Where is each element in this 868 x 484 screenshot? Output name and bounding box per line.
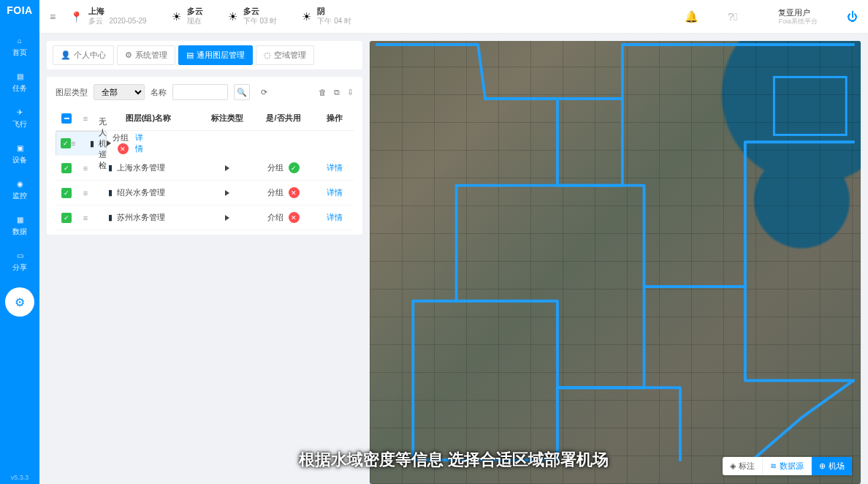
- tab-personal[interactable]: 👤 个人中心: [53, 45, 114, 65]
- weather-now: ☀ 多云 现在: [172, 7, 203, 26]
- nav-label: 任务: [12, 83, 27, 94]
- nav-label: 数据: [12, 227, 27, 237]
- nav-data[interactable]: ▦ 数据: [5, 210, 34, 246]
- sun-icon: ☀: [172, 10, 181, 23]
- share-icon: ▭: [17, 252, 23, 260]
- nav-devices[interactable]: ▣ 设备: [5, 138, 34, 174]
- user-block[interactable]: 复亚用户 Foia系统平台: [778, 8, 818, 26]
- tabs: 👤 个人中心 ⚙ 系统管理 ▤ 通用图层管理 ◌ 空域管理: [47, 41, 362, 69]
- nav-monitor[interactable]: ◉ 监控: [5, 174, 34, 210]
- location-sub: 多云 2020-05-29: [88, 17, 147, 26]
- nav-label: 监控: [12, 191, 27, 201]
- nav-label: 分享: [12, 262, 27, 273]
- nav-label: 飞行: [12, 119, 27, 129]
- water-overlay: [370, 41, 861, 467]
- map-toolbar: ◈ 标注 ≋ 数据源 ⊕ 机场: [723, 457, 852, 475]
- detail-link[interactable]: 详情: [327, 163, 343, 172]
- type-select[interactable]: 全部: [94, 84, 145, 100]
- map-tool-airport[interactable]: ⊕ 机场: [812, 457, 852, 475]
- export-icon[interactable]: ⇩: [347, 88, 354, 97]
- checkbox[interactable]: ✓: [61, 138, 71, 148]
- bell-icon[interactable]: 🔔: [685, 10, 698, 23]
- folder-icon: ▮: [108, 163, 113, 173]
- folder-icon: ▮: [108, 213, 113, 222]
- search-button[interactable]: 🔍: [234, 84, 250, 100]
- status-badge: ✓: [289, 162, 300, 173]
- reset-button[interactable]: ⟳: [256, 84, 272, 100]
- home-icon: ⌂: [18, 37, 22, 45]
- delete-icon[interactable]: 🗑: [319, 88, 327, 97]
- help-icon[interactable]: ?⃝: [728, 10, 738, 23]
- left-panel: 👤 个人中心 ⚙ 系统管理 ▤ 通用图层管理 ◌ 空域管理 图层: [47, 41, 362, 484]
- gear-icon: ⚙: [15, 295, 25, 309]
- brand-logo: FOIA: [7, 4, 32, 16]
- table-row[interactable]: ✓ ≡ ▮苏州水务管理 介绍 ✕ 详情: [56, 205, 354, 230]
- name-label: 名称: [151, 87, 167, 98]
- sun-icon: ☀: [302, 10, 311, 23]
- type-icon: [225, 165, 229, 171]
- power-icon[interactable]: ⏻: [847, 10, 858, 23]
- table-row[interactable]: ✓ ≡ ▮无人机巡检 分组 ✕ 详情: [56, 131, 107, 156]
- status-badge: ✕: [118, 143, 129, 154]
- tab-airspace[interactable]: ◌ 空域管理: [256, 45, 314, 65]
- nav-home[interactable]: ⌂ 首页: [5, 31, 34, 67]
- nav-settings[interactable]: ⚙: [5, 287, 34, 317]
- layers-icon: ▤: [186, 50, 194, 60]
- type-icon: [225, 190, 229, 196]
- drag-icon[interactable]: ≡: [83, 189, 88, 197]
- refresh-icon: ⟳: [261, 88, 267, 97]
- drag-icon[interactable]: ≡: [83, 213, 88, 222]
- user-icon: 👤: [61, 50, 71, 60]
- device-icon: ▣: [17, 144, 23, 152]
- nav-label: 首页: [12, 48, 27, 58]
- version-label: v5.3.3: [11, 474, 29, 481]
- table-row[interactable]: ✓ ≡ ▮绍兴水务管理 分组 ✕ 详情: [56, 181, 354, 205]
- checkbox[interactable]: ✓: [61, 213, 72, 223]
- drone-icon: ✈: [17, 108, 23, 116]
- tab-layers[interactable]: ▤ 通用图层管理: [178, 45, 253, 65]
- monitor-icon: ◉: [17, 180, 23, 188]
- map[interactable]: ◈ 标注 ≋ 数据源 ⊕ 机场: [370, 41, 861, 484]
- checkbox-all[interactable]: [61, 113, 72, 124]
- type-label: 图层类型: [56, 87, 88, 98]
- airport-icon: ⊕: [819, 461, 826, 471]
- tab-system[interactable]: ⚙ 系统管理: [117, 45, 175, 65]
- svg-rect-0: [774, 77, 846, 135]
- checkbox[interactable]: ✓: [61, 163, 72, 173]
- detail-link[interactable]: 详情: [135, 133, 143, 153]
- content: 👤 个人中心 ⚙ 系统管理 ▤ 通用图层管理 ◌ 空域管理 图层: [39, 34, 868, 484]
- gear-icon: ⚙: [125, 50, 132, 60]
- type-icon: [225, 215, 229, 221]
- data-icon: ▦: [17, 216, 23, 224]
- status-badge: ✕: [289, 212, 300, 223]
- search-icon: 🔍: [237, 88, 247, 97]
- nav-tasks[interactable]: ▤ 任务: [5, 67, 34, 102]
- layers-icon: ≋: [770, 461, 777, 471]
- header: ≡ 📍 上海 多云 2020-05-29 ☀ 多云 现在 ☀ 多云 下午 03: [39, 0, 868, 34]
- map-tool-annotate[interactable]: ◈ 标注: [723, 457, 763, 475]
- drag-icon[interactable]: ≡: [83, 164, 88, 173]
- status-badge: ✕: [289, 187, 300, 198]
- nav-label: 设备: [12, 155, 27, 165]
- sidebar: FOIA ⌂ 首页 ▤ 任务 ✈ 飞行 ▣ 设备 ◉ 监控 ▦ 数据 ▭ 分享 …: [0, 0, 39, 484]
- copy-icon[interactable]: ⧉: [334, 88, 340, 97]
- tasks-icon: ▤: [17, 72, 23, 80]
- checkbox[interactable]: ✓: [61, 188, 72, 198]
- folder-icon: ▮: [90, 139, 94, 148]
- detail-link[interactable]: 详情: [327, 188, 343, 197]
- city-label: 上海: [88, 7, 147, 17]
- weather-next1: ☀ 多云 下午 03 时: [228, 7, 278, 26]
- filters: 图层类型 全部 名称 🔍 ⟳ 🗑 ⧉ ⇩: [47, 77, 362, 235]
- table: ≡ 图层(组)名称 标注类型 是/否共用 操作 ✓ ≡ ▮无人机巡检 分组 ✕ …: [56, 106, 354, 230]
- nav-share[interactable]: ▭ 分享: [5, 246, 34, 281]
- detail-link[interactable]: 详情: [327, 213, 343, 222]
- location-block: 📍 上海 多云 2020-05-29: [70, 7, 147, 26]
- map-tool-datasource[interactable]: ≋ 数据源: [763, 457, 812, 475]
- name-input[interactable]: [172, 84, 228, 100]
- tag-icon: ◈: [730, 461, 736, 471]
- collapse-icon[interactable]: ≡: [50, 11, 56, 23]
- nav-flight[interactable]: ✈ 飞行: [5, 102, 34, 138]
- folder-icon: ▮: [108, 188, 113, 197]
- weather-next2: ☀ 阴 下午 04 时: [302, 7, 351, 26]
- main: ≡ 📍 上海 多云 2020-05-29 ☀ 多云 现在 ☀ 多云 下午 03: [39, 0, 868, 484]
